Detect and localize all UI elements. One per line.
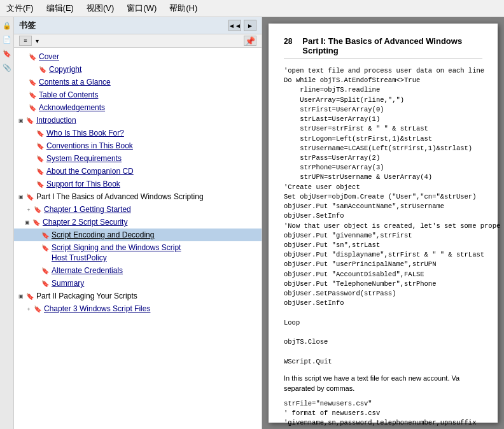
bookmark-next-btn[interactable]: ► bbox=[244, 20, 256, 31]
expander-icon: ▣ bbox=[17, 192, 25, 202]
list-item[interactable]: 🔖 Who Is This Book For? bbox=[14, 127, 262, 139]
list-item[interactable]: 🔖 About the Companion CD bbox=[14, 165, 262, 178]
list-item[interactable]: 🔖 Support for This Book bbox=[14, 178, 262, 190]
bookmark-icon: 🔖 bbox=[41, 230, 50, 240]
list-item[interactable]: 🔖 Summary bbox=[14, 277, 262, 290]
item-label: Cover bbox=[39, 52, 59, 62]
expander-icon bbox=[27, 153, 36, 164]
bookmark-panel: 书签 ◄◄ ► ≡ ▾ 📌 🔖 Cover bbox=[14, 17, 262, 429]
item-label: System Requirements bbox=[46, 153, 122, 164]
list-item[interactable]: 🔖 System Requirements bbox=[14, 152, 262, 165]
list-item[interactable]: ▣ 🔖 Introduction bbox=[14, 114, 262, 127]
expander-icon bbox=[27, 166, 36, 176]
toolbar-lock-icon[interactable]: 🔒 bbox=[1, 20, 13, 31]
toolbar-bookmark-icon[interactable]: 🔖 bbox=[1, 48, 13, 59]
list-item[interactable]: ＋ 🔖 Chapter 3 Windows Script Files bbox=[14, 302, 262, 315]
expander-icon bbox=[32, 230, 41, 240]
pdf-code-5: strFile="newusers.csv" ' format of newus… bbox=[284, 399, 482, 429]
bookmark-icon: 🔖 bbox=[28, 102, 37, 113]
list-item[interactable]: 🔖 Copyright bbox=[14, 63, 262, 76]
toolbar-page-icon[interactable]: 📄 bbox=[1, 34, 13, 45]
bookmark-icon: 🔖 bbox=[36, 128, 45, 138]
bookmark-icon: 🔖 bbox=[25, 291, 34, 301]
list-item[interactable]: ▣ 🔖 Part II Packaging Your Scripts bbox=[14, 290, 262, 302]
menu-window[interactable]: 窗口(W) bbox=[123, 1, 160, 15]
item-label: Chapter 2 Script Security bbox=[43, 217, 127, 227]
item-label: Introduction bbox=[36, 115, 76, 125]
list-item[interactable]: ▣ 🔖 Part I The Basics of Advanced Window… bbox=[14, 190, 262, 203]
expander-icon bbox=[27, 179, 36, 189]
bookmark-prev-btn[interactable]: ◄◄ bbox=[228, 20, 241, 31]
bookmark-icon: 🔖 bbox=[38, 64, 47, 74]
bookmark-header: 书签 ◄◄ ► bbox=[14, 17, 262, 34]
bookmark-icon: 🔖 bbox=[33, 204, 42, 215]
expander-icon bbox=[19, 90, 28, 100]
list-item[interactable]: ＋ 🔖 Chapter 1 Getting Started bbox=[14, 203, 262, 216]
bookmark-icon: 🔖 bbox=[41, 278, 50, 288]
item-label: Acknowledgements bbox=[39, 102, 105, 113]
menu-file[interactable]: 文件(F) bbox=[3, 1, 38, 15]
item-label: Summary bbox=[52, 278, 84, 288]
item-label: Who Is This Book For? bbox=[46, 128, 124, 138]
list-item[interactable]: 🔖 Alternate Credentials bbox=[14, 264, 262, 277]
bookmark-icon: 🔖 bbox=[41, 265, 50, 276]
expander-icon bbox=[27, 141, 36, 151]
toolbar-attach-icon[interactable]: 📎 bbox=[1, 62, 13, 73]
bookmark-tree: 🔖 Cover 🔖 Copyright 🔖 Contents at a Glan… bbox=[14, 48, 262, 429]
item-label: Script Signing and the Windows Script Ho… bbox=[52, 243, 198, 263]
list-item[interactable]: 🔖 Acknowledgements bbox=[14, 101, 262, 114]
item-label: Contents at a Glance bbox=[39, 77, 111, 87]
list-item[interactable]: ▣ 🔖 Chapter 2 Script Security bbox=[14, 216, 262, 229]
expander-icon bbox=[19, 77, 28, 87]
expander-icon: ▣ bbox=[23, 217, 32, 227]
menubar: 文件(F) 编辑(E) 视图(V) 窗口(W) 帮助(H) bbox=[0, 0, 504, 17]
options-pin-icon[interactable]: 📌 bbox=[244, 36, 256, 46]
left-toolbar: 🔒 📄 🔖 📎 bbox=[0, 17, 14, 429]
list-item[interactable]: 🔖 Script Encoding and Decoding bbox=[14, 229, 262, 241]
bookmark-title: 书签 bbox=[19, 20, 36, 31]
expander-icon bbox=[19, 52, 28, 62]
options-left: ≡ ▾ bbox=[19, 36, 39, 46]
item-label: Part I The Basics of Advanced Windows Sc… bbox=[36, 192, 204, 202]
menu-edit[interactable]: 编辑(E) bbox=[43, 1, 78, 15]
item-label: Script Encoding and Decoding bbox=[52, 230, 154, 240]
expander-icon: ＋ bbox=[24, 204, 33, 215]
list-item[interactable]: 🔖 Cover bbox=[14, 50, 262, 63]
list-item[interactable]: 🔖 Table of Contents bbox=[14, 88, 262, 101]
item-label: Chapter 3 Windows Script Files bbox=[44, 304, 150, 314]
pdf-code: 'open text file and process user data on… bbox=[284, 66, 482, 105]
expander-icon bbox=[29, 64, 38, 74]
expander-icon bbox=[32, 278, 41, 288]
pdf-page-number: 28 bbox=[284, 37, 292, 46]
expander-icon bbox=[32, 243, 41, 253]
pdf-code-block: 'open text file and process user data on… bbox=[284, 66, 482, 367]
options-menu-icon[interactable]: ≡ bbox=[19, 36, 32, 46]
options-dropdown[interactable]: ▾ bbox=[36, 38, 39, 45]
list-item[interactable]: 🔖 Contents at a Glance bbox=[14, 76, 262, 88]
pdf-paragraph: In this script we have a text file for e… bbox=[284, 373, 482, 394]
pdf-code-3: 'Create user object Set objUser=objDom.C… bbox=[284, 183, 482, 222]
item-label: About the Companion CD bbox=[46, 166, 134, 176]
expander-icon bbox=[19, 102, 28, 113]
list-item[interactable]: 🔖 Script Signing and the Windows Script … bbox=[14, 241, 262, 264]
menu-help[interactable]: 帮助(H) bbox=[165, 1, 201, 15]
bookmark-icon: 🔖 bbox=[41, 243, 50, 253]
list-item[interactable]: 🔖 Conventions in This Book bbox=[14, 139, 262, 152]
bookmark-icon: 🔖 bbox=[36, 179, 45, 189]
pdf-page: 28 Part I: The Basics of Advanced Window… bbox=[269, 24, 498, 423]
bookmark-icon: 🔖 bbox=[36, 166, 45, 176]
menu-view[interactable]: 视图(V) bbox=[83, 1, 118, 15]
expander-icon: ▣ bbox=[17, 291, 25, 301]
pdf-code-2: strFirst=UserArray(0) strLast=UserArray(… bbox=[284, 105, 482, 183]
item-label: Chapter 1 Getting Started bbox=[44, 204, 131, 215]
expander-icon: ＋ bbox=[24, 304, 33, 314]
item-label: Alternate Credentials bbox=[52, 265, 123, 276]
item-label: Table of Contents bbox=[39, 90, 98, 100]
pdf-chapter-title: Part I: The Basics of Advanced Windows S… bbox=[302, 36, 482, 55]
bookmark-icon: 🔖 bbox=[25, 115, 34, 125]
bookmark-nav-buttons: ◄◄ ► bbox=[228, 20, 256, 31]
bookmark-icon: 🔖 bbox=[36, 141, 45, 151]
item-label: Part II Packaging Your Scripts bbox=[36, 291, 137, 301]
pdf-code-4: 'Now that user object is created, let's … bbox=[284, 222, 482, 367]
bookmark-icon: 🔖 bbox=[28, 52, 37, 62]
